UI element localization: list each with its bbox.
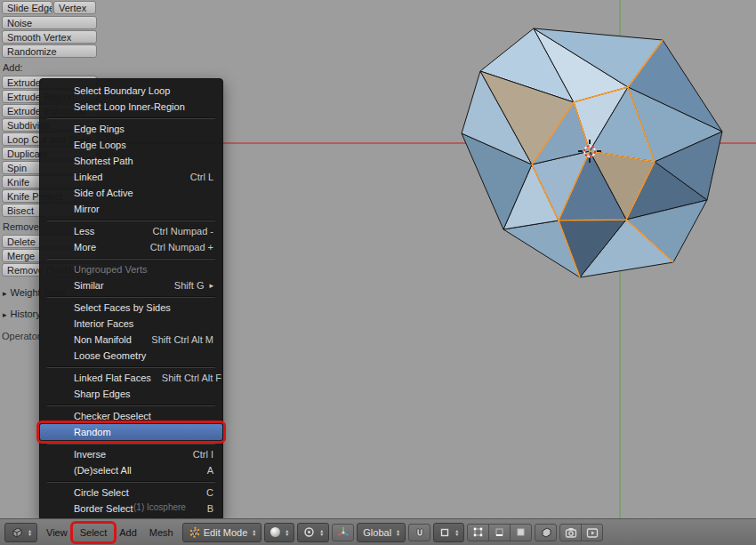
header-menu[interactable]: Mesh: [143, 525, 180, 541]
menu-separator: [47, 258, 215, 259]
edge-select-mode-button[interactable]: [488, 524, 511, 541]
menu-item[interactable]: [40, 217, 222, 223]
mode-selector[interactable]: Edit Mode: [182, 523, 262, 542]
menu-item[interactable]: Non Manifold Shift Ctrl Alt M: [40, 332, 222, 348]
edge-select-icon: [494, 526, 505, 538]
menu-item-label: Side of Active: [74, 188, 203, 198]
menu-item-shortcut: Ctrl I: [193, 449, 213, 460]
menu-item[interactable]: (De)select All A: [40, 462, 222, 478]
header-menu[interactable]: Add: [113, 525, 143, 541]
viewport-header-bar: ViewSelectAddMesh Edit Mode: [0, 518, 756, 545]
menu-item-label: Checker Deselect: [74, 411, 203, 421]
header-menu[interactable]: Select: [74, 525, 114, 541]
render-still-button[interactable]: [559, 524, 582, 541]
menu-item[interactable]: Border Select B: [40, 501, 222, 517]
menu-item-label: Select Boundary Loop: [74, 85, 203, 96]
menu-item-label: Random: [74, 427, 203, 437]
select-menu-items: Select Boundary Loop Select Loop Inner-R…: [40, 83, 222, 517]
menu-item-label: Edge Rings: [74, 124, 203, 134]
menu-item[interactable]: Similar Shift G: [40, 277, 222, 293]
menu-item[interactable]: Select Faces by Sides: [40, 300, 222, 316]
menu-item-shortcut: Shift Ctrl Alt M: [151, 334, 213, 345]
menu-item[interactable]: Checker Deselect: [40, 408, 222, 424]
menu-item[interactable]: Linked Flat Faces Shift Ctrl Alt F: [40, 370, 222, 386]
render-anim-button[interactable]: [581, 524, 603, 541]
face-select-icon: [515, 526, 527, 538]
menu-item-label: More: [74, 242, 140, 252]
menu-item[interactable]: [40, 255, 222, 261]
vertex-button[interactable]: Vertex: [53, 1, 96, 14]
header-menu[interactable]: View: [40, 525, 74, 541]
snap-element-selector[interactable]: [433, 523, 464, 542]
menu-item-shortcut: Shift Ctrl Alt F: [162, 373, 221, 383]
menu-item[interactable]: Edge Rings: [40, 121, 222, 137]
3d-view-editor-icon: [11, 526, 23, 539]
viewport-shading-selector[interactable]: [264, 523, 294, 542]
pivot-point-selector[interactable]: [297, 523, 329, 542]
icosphere-mesh[interactable]: [462, 28, 722, 277]
menu-separator: [47, 296, 215, 297]
menu-item[interactable]: [40, 440, 222, 446]
menu-item[interactable]: Linked Ctrl L: [40, 169, 222, 185]
menu-item[interactable]: Mirror: [40, 201, 222, 217]
menu-item-label: Less: [74, 226, 142, 236]
shading-sphere-icon: [270, 527, 280, 537]
menu-item[interactable]: Select Boundary Loop: [40, 83, 222, 99]
manipulator-toggle-button[interactable]: [332, 524, 354, 541]
menu-item-shortcut: C: [206, 487, 213, 498]
dropdown-arrows-icon: [397, 529, 399, 536]
menu-item[interactable]: Random: [40, 424, 222, 440]
tool-button[interactable]: Noise: [2, 16, 97, 29]
pivot-point-icon: [303, 526, 315, 538]
editor-type-selector[interactable]: [4, 523, 37, 542]
menu-separator: [47, 366, 215, 367]
limit-selection-button[interactable]: [535, 524, 557, 541]
menu-item-label: Linked: [74, 172, 180, 182]
menu-item[interactable]: Circle Select C: [40, 485, 222, 501]
menu-item[interactable]: More Ctrl Numpad +: [40, 239, 222, 255]
tool-button[interactable]: Randomize: [2, 44, 97, 58]
snap-magnet-icon: [414, 526, 426, 539]
menu-item[interactable]: Edge Loops: [40, 137, 222, 153]
menu-item[interactable]: Interior Faces: [40, 316, 222, 332]
render-anim-icon: [586, 527, 599, 538]
render-still-icon: [565, 527, 577, 538]
menu-separator: [47, 117, 215, 118]
mode-label: Edit Mode: [204, 527, 248, 538]
menu-item[interactable]: [40, 478, 222, 485]
transform-orientation-selector[interactable]: Global: [357, 523, 406, 542]
menu-item[interactable]: Select Loop Inner-Region: [40, 99, 222, 115]
menu-item-label: Non Manifold: [74, 334, 141, 345]
vertex-select-mode-button[interactable]: [467, 524, 489, 541]
menu-item[interactable]: Ungrouped Verts: [40, 261, 222, 277]
mesh-select-mode-group: [467, 524, 532, 541]
header-menus: ViewSelectAddMesh: [40, 525, 180, 541]
orientation-label: Global: [363, 527, 391, 538]
select-menu: Select Boundary Loop Select Loop Inner-R…: [39, 78, 223, 521]
menu-item-shortcut: Ctrl Numpad +: [150, 242, 213, 252]
menu-item-label: Select Faces by Sides: [74, 302, 203, 313]
menu-item[interactable]: [40, 364, 222, 370]
tool-button[interactable]: Smooth Vertex: [2, 30, 97, 44]
add-section-label: Add:: [3, 62, 100, 73]
menu-item-shortcut: Shift G: [174, 280, 205, 291]
menu-item-label: Inverse: [74, 449, 182, 460]
menu-item[interactable]: Sharp Edges: [40, 386, 222, 402]
menu-item[interactable]: [40, 293, 222, 300]
tool-shelf-top-row: Slide Edge Vertex: [2, 1, 100, 15]
menu-item[interactable]: Shortest Path: [40, 153, 222, 169]
menu-item-label: Interior Faces: [74, 318, 203, 329]
snap-toggle-button[interactable]: [408, 524, 430, 541]
menu-separator: [47, 405, 215, 405]
face-select-mode-button[interactable]: [510, 524, 532, 541]
menu-item[interactable]: Side of Active: [40, 185, 222, 201]
menu-item[interactable]: Less Ctrl Numpad -: [40, 223, 222, 239]
slide-edge-button[interactable]: Slide Edge: [2, 1, 52, 14]
menu-item[interactable]: Inverse Ctrl I: [40, 446, 222, 462]
menu-item[interactable]: Loose Geometry: [40, 348, 222, 364]
menu-item[interactable]: [40, 402, 222, 408]
opengl-render-group: [559, 524, 603, 541]
menu-item-label: Loose Geometry: [74, 350, 203, 361]
menu-item[interactable]: [40, 115, 222, 121]
manipulator-axis-icon: [337, 526, 350, 539]
